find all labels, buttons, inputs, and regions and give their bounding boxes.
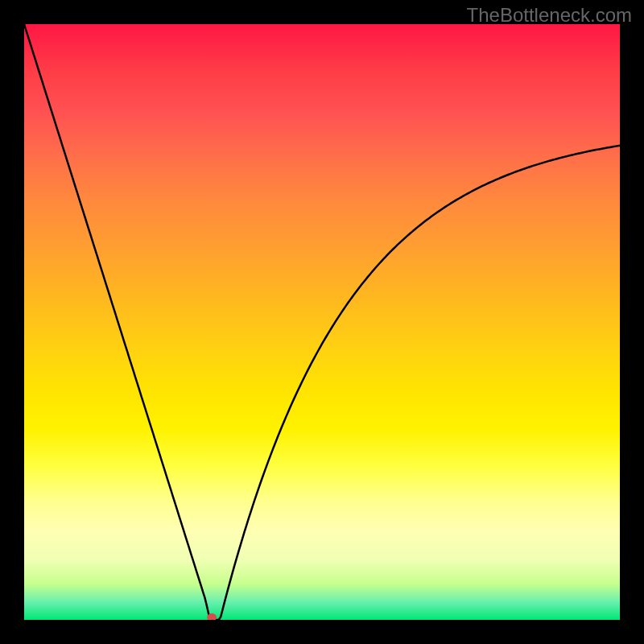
watermark-text: TheBottleneck.com xyxy=(467,4,632,27)
curve-line xyxy=(24,24,620,620)
chart-plot-area xyxy=(24,24,620,620)
